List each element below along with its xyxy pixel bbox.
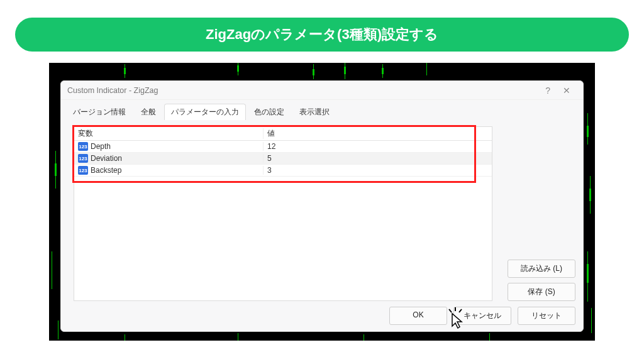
help-button[interactable]: ? xyxy=(539,85,557,96)
dialog-titlebar: Custom Indicator - ZigZag ? ✕ xyxy=(61,81,583,100)
page-banner: ZigZagのパラメータ(3種類)設定する xyxy=(15,18,629,52)
param-name: Deviation xyxy=(91,154,122,163)
parameters-list[interactable]: 変数 値 123 Depth 12 123 Deviation xyxy=(74,126,492,301)
param-value[interactable]: 5 xyxy=(263,154,492,163)
param-value[interactable]: 12 xyxy=(263,142,492,151)
side-button-group: 読み込み (L) 保存 (S) xyxy=(508,260,575,301)
param-name: Backstep xyxy=(91,166,121,175)
int-icon: 123 xyxy=(78,142,88,151)
param-name: Depth xyxy=(91,142,111,151)
banner-title: ZigZagのパラメータ(3種類)設定する xyxy=(206,26,438,42)
tab-general[interactable]: 全般 xyxy=(134,104,163,120)
tab-version-info[interactable]: バージョン情報 xyxy=(66,104,133,120)
tab-colors[interactable]: 色の設定 xyxy=(247,104,291,120)
param-value[interactable]: 3 xyxy=(263,166,492,175)
dialog-body: 変数 値 123 Depth 12 123 Deviation xyxy=(67,120,577,315)
tab-display[interactable]: 表示選択 xyxy=(292,104,336,120)
param-row-backstep[interactable]: 123 Backstep 3 xyxy=(74,165,492,177)
param-row-deviation[interactable]: 123 Deviation 5 xyxy=(74,153,492,165)
int-icon: 123 xyxy=(78,154,88,163)
cancel-button[interactable]: キャンセル xyxy=(453,307,511,325)
bottom-button-group: OK キャンセル リセット xyxy=(389,307,575,325)
close-button[interactable]: ✕ xyxy=(557,85,577,96)
screenshot-background: Custom Indicator - ZigZag ? ✕ バージョン情報 全般… xyxy=(49,63,595,341)
int-icon: 123 xyxy=(78,166,88,175)
dialog-title: Custom Indicator - ZigZag xyxy=(67,86,158,95)
col-header-name: 変数 xyxy=(74,128,263,139)
tab-parameters[interactable]: パラメーターの入力 xyxy=(164,104,246,120)
dialog-tabs: バージョン情報 全般 パラメーターの入力 色の設定 表示選択 xyxy=(61,100,583,120)
ok-button[interactable]: OK xyxy=(389,307,447,325)
col-header-value: 値 xyxy=(263,128,492,139)
custom-indicator-dialog: Custom Indicator - ZigZag ? ✕ バージョン情報 全般… xyxy=(60,80,584,332)
save-button[interactable]: 保存 (S) xyxy=(508,283,575,301)
load-button[interactable]: 読み込み (L) xyxy=(508,260,575,278)
reset-button[interactable]: リセット xyxy=(518,307,575,325)
list-header: 変数 値 xyxy=(74,127,492,141)
param-row-depth[interactable]: 123 Depth 12 xyxy=(74,141,492,153)
